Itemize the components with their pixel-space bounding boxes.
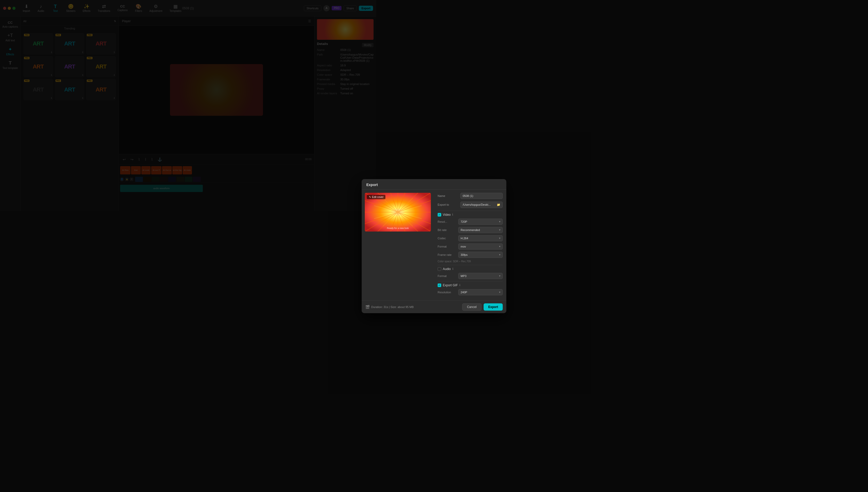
edit-icon: ✎ <box>369 196 371 198</box>
dialog-body: ✎ Edit cover Ready for a new look Name <box>362 190 376 211</box>
edit-cover-button[interactable]: ✎ Edit cover <box>367 195 376 199</box>
export-dialog: Export <box>362 179 376 211</box>
dialog-preview: ✎ Edit cover Ready for a new look <box>362 190 376 211</box>
export-overlay: Export <box>0 0 376 211</box>
cover-area[interactable]: ✎ Edit cover Ready for a new look <box>365 193 376 211</box>
dialog-header: Export <box>362 179 376 190</box>
